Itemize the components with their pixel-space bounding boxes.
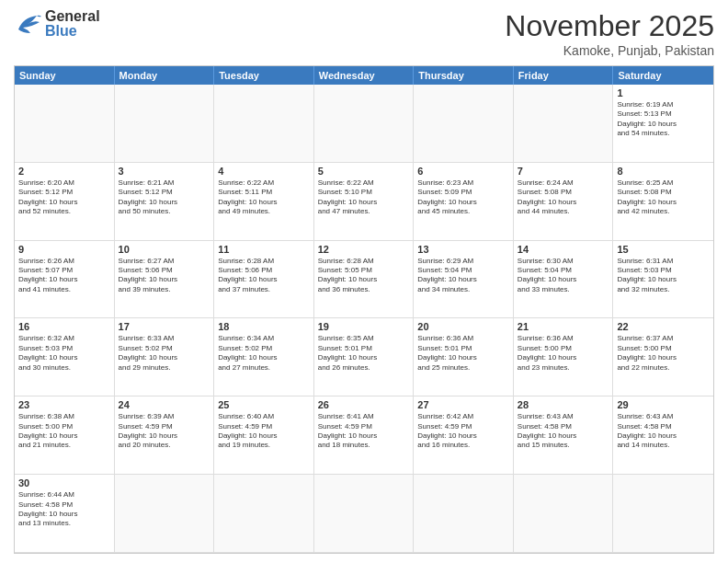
day-number: 23 — [18, 399, 110, 410]
calendar-day-9: 9Sunrise: 6:26 AM Sunset: 5:07 PM Daylig… — [15, 241, 115, 319]
day-info: Sunrise: 6:39 AM Sunset: 4:59 PM Dayligh… — [119, 412, 210, 451]
day-number: 6 — [417, 166, 509, 177]
day-header-sunday: Sunday — [15, 66, 115, 85]
day-header-friday: Friday — [514, 66, 614, 85]
day-info: Sunrise: 6:26 AM Sunset: 5:07 PM Dayligh… — [18, 257, 110, 295]
calendar-day-4: 4Sunrise: 6:22 AM Sunset: 5:11 PM Daylig… — [214, 163, 314, 241]
day-number: 30 — [18, 477, 110, 488]
calendar-day-12: 12Sunrise: 6:28 AM Sunset: 5:05 PM Dayli… — [314, 241, 415, 319]
logo-blue: Blue — [45, 24, 100, 39]
day-info: Sunrise: 6:38 AM Sunset: 5:00 PM Dayligh… — [18, 412, 110, 451]
calendar-day-25: 25Sunrise: 6:40 AM Sunset: 4:59 PM Dayli… — [214, 396, 314, 475]
day-header-monday: Monday — [115, 66, 215, 85]
day-number: 24 — [119, 399, 210, 410]
day-number: 22 — [617, 321, 710, 332]
day-number: 21 — [518, 321, 609, 332]
day-info: Sunrise: 6:28 AM Sunset: 5:06 PM Dayligh… — [218, 257, 310, 295]
day-info: Sunrise: 6:35 AM Sunset: 5:01 PM Dayligh… — [318, 334, 410, 373]
calendar-day-18: 18Sunrise: 6:34 AM Sunset: 5:02 PM Dayli… — [214, 318, 314, 396]
day-header-wednesday: Wednesday — [314, 66, 415, 85]
calendar-day-27: 27Sunrise: 6:42 AM Sunset: 4:59 PM Dayli… — [414, 396, 514, 475]
title-section: November 2025 Kamoke, Punjab, Pakistan — [505, 9, 714, 58]
day-number: 27 — [417, 399, 509, 410]
day-number: 26 — [318, 399, 410, 410]
calendar-empty — [514, 85, 614, 163]
calendar: SundayMondayTuesdayWednesdayThursdayFrid… — [14, 65, 714, 554]
calendar-day-28: 28Sunrise: 6:43 AM Sunset: 4:58 PM Dayli… — [514, 396, 614, 475]
day-number: 12 — [318, 244, 410, 255]
calendar-grid: 1Sunrise: 6:19 AM Sunset: 5:13 PM Daylig… — [15, 85, 713, 553]
calendar-day-21: 21Sunrise: 6:36 AM Sunset: 5:00 PM Dayli… — [514, 318, 614, 396]
day-info: Sunrise: 6:24 AM Sunset: 5:08 PM Dayligh… — [518, 178, 609, 217]
day-number: 25 — [218, 399, 310, 410]
day-info: Sunrise: 6:22 AM Sunset: 5:10 PM Dayligh… — [318, 178, 410, 217]
calendar-day-29: 29Sunrise: 6:43 AM Sunset: 4:58 PM Dayli… — [613, 396, 713, 475]
calendar-day-10: 10Sunrise: 6:27 AM Sunset: 5:06 PM Dayli… — [115, 241, 215, 319]
day-number: 17 — [119, 321, 210, 332]
logo-text: General Blue — [45, 9, 100, 39]
calendar-day-24: 24Sunrise: 6:39 AM Sunset: 4:59 PM Dayli… — [115, 396, 215, 475]
calendar-day-1: 1Sunrise: 6:19 AM Sunset: 5:13 PM Daylig… — [613, 85, 713, 163]
logo: General Blue — [14, 9, 100, 39]
calendar-day-20: 20Sunrise: 6:36 AM Sunset: 5:01 PM Dayli… — [414, 318, 514, 396]
calendar-day-26: 26Sunrise: 6:41 AM Sunset: 4:59 PM Dayli… — [314, 396, 415, 475]
location: Kamoke, Punjab, Pakistan — [505, 43, 714, 58]
calendar-empty — [115, 85, 215, 163]
calendar-day-7: 7Sunrise: 6:24 AM Sunset: 5:08 PM Daylig… — [514, 163, 614, 241]
logo-icon — [14, 13, 41, 36]
day-info: Sunrise: 6:21 AM Sunset: 5:12 PM Dayligh… — [119, 178, 210, 217]
calendar-empty — [514, 475, 614, 553]
day-number: 4 — [218, 166, 310, 177]
day-info: Sunrise: 6:20 AM Sunset: 5:12 PM Dayligh… — [18, 178, 110, 217]
header: General Blue November 2025 Kamoke, Punja… — [14, 9, 714, 58]
day-number: 2 — [18, 166, 110, 177]
day-info: Sunrise: 6:42 AM Sunset: 4:59 PM Dayligh… — [417, 412, 509, 451]
day-headers: SundayMondayTuesdayWednesdayThursdayFrid… — [15, 66, 713, 85]
calendar-day-15: 15Sunrise: 6:31 AM Sunset: 5:03 PM Dayli… — [613, 241, 713, 319]
calendar-empty — [414, 85, 514, 163]
day-number: 13 — [417, 244, 509, 255]
day-info: Sunrise: 6:41 AM Sunset: 4:59 PM Dayligh… — [318, 412, 410, 451]
day-number: 11 — [218, 244, 310, 255]
calendar-day-11: 11Sunrise: 6:28 AM Sunset: 5:06 PM Dayli… — [214, 241, 314, 319]
calendar-empty — [314, 85, 415, 163]
day-info: Sunrise: 6:36 AM Sunset: 5:00 PM Dayligh… — [518, 334, 609, 373]
day-number: 1 — [617, 87, 710, 98]
day-info: Sunrise: 6:33 AM Sunset: 5:02 PM Dayligh… — [119, 334, 210, 373]
day-number: 8 — [617, 166, 710, 177]
calendar-day-22: 22Sunrise: 6:37 AM Sunset: 5:00 PM Dayli… — [613, 318, 713, 396]
day-info: Sunrise: 6:19 AM Sunset: 5:13 PM Dayligh… — [617, 100, 710, 139]
calendar-empty — [115, 475, 215, 553]
day-number: 10 — [119, 244, 210, 255]
day-number: 28 — [518, 399, 609, 410]
calendar-empty — [414, 475, 514, 553]
day-header-thursday: Thursday — [414, 66, 514, 85]
day-info: Sunrise: 6:40 AM Sunset: 4:59 PM Dayligh… — [218, 412, 310, 451]
day-header-saturday: Saturday — [613, 66, 713, 85]
day-info: Sunrise: 6:34 AM Sunset: 5:02 PM Dayligh… — [218, 334, 310, 373]
day-info: Sunrise: 6:27 AM Sunset: 5:06 PM Dayligh… — [119, 257, 210, 295]
calendar-day-16: 16Sunrise: 6:32 AM Sunset: 5:03 PM Dayli… — [15, 318, 115, 396]
calendar-empty — [314, 475, 415, 553]
calendar-day-14: 14Sunrise: 6:30 AM Sunset: 5:04 PM Dayli… — [514, 241, 614, 319]
day-number: 29 — [617, 399, 710, 410]
month-title: November 2025 — [505, 9, 714, 43]
day-number: 16 — [18, 321, 110, 332]
calendar-day-6: 6Sunrise: 6:23 AM Sunset: 5:09 PM Daylig… — [414, 163, 514, 241]
day-number: 7 — [518, 166, 609, 177]
day-number: 5 — [318, 166, 410, 177]
day-info: Sunrise: 6:30 AM Sunset: 5:04 PM Dayligh… — [518, 257, 609, 295]
day-number: 15 — [617, 244, 710, 255]
day-info: Sunrise: 6:29 AM Sunset: 5:04 PM Dayligh… — [417, 257, 509, 295]
calendar-day-17: 17Sunrise: 6:33 AM Sunset: 5:02 PM Dayli… — [115, 318, 215, 396]
calendar-day-2: 2Sunrise: 6:20 AM Sunset: 5:12 PM Daylig… — [15, 163, 115, 241]
day-number: 18 — [218, 321, 310, 332]
day-info: Sunrise: 6:22 AM Sunset: 5:11 PM Dayligh… — [218, 178, 310, 217]
calendar-empty — [613, 475, 713, 553]
day-info: Sunrise: 6:36 AM Sunset: 5:01 PM Dayligh… — [417, 334, 509, 373]
day-number: 9 — [18, 244, 110, 255]
calendar-day-8: 8Sunrise: 6:25 AM Sunset: 5:08 PM Daylig… — [613, 163, 713, 241]
calendar-day-13: 13Sunrise: 6:29 AM Sunset: 5:04 PM Dayli… — [414, 241, 514, 319]
calendar-day-3: 3Sunrise: 6:21 AM Sunset: 5:12 PM Daylig… — [115, 163, 215, 241]
day-info: Sunrise: 6:28 AM Sunset: 5:05 PM Dayligh… — [318, 257, 410, 295]
